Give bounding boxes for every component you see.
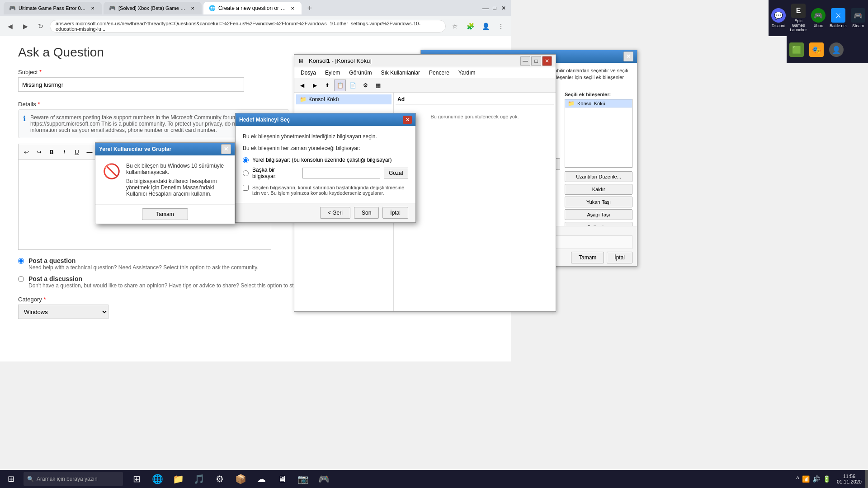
menu-pencere[interactable]: Pencere bbox=[425, 69, 454, 77]
hedef-local-radio[interactable]: Yerel bilgisayar: (bu konsolun üzerinde … bbox=[243, 157, 408, 163]
error-close[interactable]: ✕ bbox=[221, 144, 231, 154]
menu-dosya[interactable]: Dosya bbox=[296, 69, 321, 77]
menu-sik[interactable]: Sık Kullanılanlar bbox=[376, 69, 425, 77]
tray-arrow[interactable]: ^ bbox=[796, 475, 799, 483]
console-menubar: Dosya Eylem Görünüm Sık Kullanılanlar Pe… bbox=[294, 67, 556, 78]
underline-button[interactable]: U bbox=[71, 146, 83, 158]
discord-icon[interactable]: 💬 Discord bbox=[769, 0, 788, 36]
post-question-radio-input[interactable] bbox=[18, 258, 24, 264]
console-maximize[interactable]: □ bbox=[531, 56, 541, 66]
post-discussion-radio-input[interactable] bbox=[18, 276, 24, 282]
menu-eylem[interactable]: Eylem bbox=[321, 69, 344, 77]
browse-button[interactable]: Gözat bbox=[384, 168, 408, 178]
hedef-footer: < Geri Son İptal bbox=[236, 203, 415, 222]
taskbar-explorer-icon[interactable]: 📁 bbox=[168, 470, 188, 488]
menu-yardim[interactable]: Yardım bbox=[454, 69, 480, 77]
back-button[interactable]: ◀ bbox=[4, 20, 16, 33]
tray-battery[interactable]: 🔋 bbox=[823, 475, 830, 483]
hedef-remote-radio-input[interactable] bbox=[243, 170, 249, 176]
tab-2[interactable]: 🎮 [Solved] Xbox (Beta) Game Pa... ✕ bbox=[104, 2, 202, 14]
profile-icon[interactable]: 👤 bbox=[479, 20, 492, 33]
hedef-remote-radio[interactable]: Başka bir bilgisayar: Gözat bbox=[243, 167, 408, 179]
category-select[interactable]: Windows bbox=[18, 305, 108, 319]
toolbar-paste[interactable]: 📄 bbox=[347, 80, 359, 91]
console-minimize[interactable]: — bbox=[520, 56, 530, 66]
taskbar-spotify-icon[interactable]: 🎵 bbox=[189, 470, 209, 488]
start-button[interactable]: ⊞ bbox=[0, 470, 22, 488]
menu-icon[interactable]: ⋮ bbox=[495, 20, 507, 33]
system-tray: ^ 📶 🔊 🔋 bbox=[793, 475, 833, 483]
minimize-button[interactable]: — bbox=[482, 5, 489, 12]
bold-button[interactable]: B bbox=[46, 146, 57, 158]
strikethrough-button[interactable]: — bbox=[84, 146, 95, 158]
hedef-computer-input[interactable] bbox=[302, 168, 380, 178]
taskbar-edge-icon[interactable]: 🌐 bbox=[147, 470, 167, 488]
maximize-button[interactable]: □ bbox=[491, 5, 498, 12]
hedef-radio-group: Yerel bilgisayar: (bu konsolun üzerinde … bbox=[243, 157, 408, 179]
italic-button[interactable]: I bbox=[58, 146, 70, 158]
avatar-icon[interactable]: 👤 bbox=[826, 36, 846, 63]
tab-1-close[interactable]: ✕ bbox=[89, 5, 96, 12]
hedef-local-radio-input[interactable] bbox=[243, 157, 249, 163]
console-close[interactable]: ✕ bbox=[542, 56, 552, 66]
menu-gorunum[interactable]: Görünüm bbox=[344, 69, 376, 77]
minecraft-icon[interactable]: 🟩 bbox=[787, 36, 807, 63]
hedef-close[interactable]: ✕ bbox=[403, 116, 412, 124]
show-desktop-button[interactable] bbox=[865, 470, 868, 488]
reload-button[interactable]: ↻ bbox=[34, 20, 47, 33]
side-buttons: Uzantıları Düzenle... Kaldır Yukarı Taşı… bbox=[565, 171, 632, 226]
hedef-next-button[interactable]: Son bbox=[354, 207, 379, 219]
toolbar-grid[interactable]: ▦ bbox=[372, 80, 384, 91]
epic-games-icon[interactable]: E Epic Games Launcher bbox=[788, 0, 808, 36]
tab-3-close[interactable]: ✕ bbox=[289, 5, 296, 12]
toolbar-back[interactable]: ◀ bbox=[296, 80, 308, 91]
tab-3[interactable]: 🌐 Create a new question or start a... ✕ bbox=[203, 2, 302, 14]
address-bar[interactable]: answers.microsoft.com/en-us/newthread?th… bbox=[50, 20, 446, 33]
redo-button[interactable]: ↪ bbox=[33, 146, 45, 158]
subject-input[interactable] bbox=[18, 77, 244, 92]
close-button[interactable]: ✕ bbox=[500, 5, 507, 12]
taskbar-windows-icon[interactable]: ⊞ bbox=[127, 470, 146, 488]
asagi-button[interactable]: Aşağı Taşı bbox=[565, 209, 632, 220]
hedef-cancel-button[interactable]: İptal bbox=[382, 207, 408, 219]
new-tab-button[interactable]: + bbox=[303, 2, 316, 14]
hedef-checkbox[interactable]: Seçilen bilgisayarın, komut satırından b… bbox=[243, 185, 408, 196]
hedef-back-button[interactable]: < Geri bbox=[320, 207, 350, 219]
undo-button[interactable]: ↩ bbox=[20, 146, 32, 158]
extension-icon[interactable]: 🧩 bbox=[464, 20, 476, 33]
tab-2-close[interactable]: ✕ bbox=[189, 5, 196, 12]
toolbar-up[interactable]: ⬆ bbox=[321, 80, 333, 91]
taskbar-app7-icon[interactable]: 🖥 bbox=[272, 470, 292, 488]
toolbar-settings[interactable]: ⚙ bbox=[359, 80, 371, 91]
steam-icon[interactable]: 🎮 Steam bbox=[848, 0, 868, 36]
taskbar-search[interactable]: 🔍 Aramak için buraya yazın bbox=[24, 472, 123, 486]
battlenet-icon[interactable]: ⚔ Battle.net bbox=[828, 0, 848, 36]
tray-network[interactable]: 📶 bbox=[802, 475, 810, 483]
ekbilesen-ok-button[interactable]: Tamam bbox=[571, 252, 604, 263]
ekbilesen-cancel-button[interactable]: İptal bbox=[607, 252, 632, 263]
tray-volume[interactable]: 🔊 bbox=[812, 475, 820, 483]
tree-item-root[interactable]: 📁 Konsol Kökü bbox=[296, 94, 392, 104]
yukari-button[interactable]: Yukarı Taşı bbox=[565, 197, 632, 207]
taskbar-app6-icon[interactable]: ☁ bbox=[251, 470, 271, 488]
error-ok-button[interactable]: Tamam bbox=[142, 208, 188, 220]
overwatch-icon[interactable]: 🎭 bbox=[807, 36, 826, 63]
tab-1[interactable]: 🎮 Ultimate Game Pass Error 0x000... ✕ bbox=[4, 2, 102, 14]
bookmark-icon[interactable]: ☆ bbox=[448, 20, 461, 33]
xbox-icon[interactable]: 🎮 Xbox bbox=[808, 0, 828, 36]
taskbar-clock[interactable]: 11:56 01.11.2020 bbox=[833, 474, 865, 484]
hedef-checkbox-input[interactable] bbox=[243, 185, 249, 191]
taskbar-settings-icon[interactable]: ⚙ bbox=[210, 470, 230, 488]
gelismis-button[interactable]: Gelişmiş... bbox=[565, 222, 632, 226]
taskbar-app8-icon[interactable]: 📷 bbox=[293, 470, 313, 488]
ekbilesen-close[interactable]: ✕ bbox=[623, 52, 633, 61]
forward-button[interactable]: ▶ bbox=[19, 20, 32, 33]
taskbar-app9-icon[interactable]: 🎮 bbox=[314, 470, 334, 488]
taskbar-app5-icon[interactable]: 📦 bbox=[231, 470, 250, 488]
toolbar-forward[interactable]: ▶ bbox=[309, 80, 321, 91]
selected-item-root[interactable]: 📁 Konsol Kökü bbox=[565, 99, 632, 108]
uzantilar-button[interactable]: Uzantıları Düzenle... bbox=[565, 171, 632, 182]
toolbar-copy[interactable]: 📋 bbox=[334, 80, 346, 91]
kaldir-button[interactable]: Kaldır bbox=[565, 184, 632, 195]
hedef-dialog: Hedef Makineyi Seç ✕ Bu ek bileşenin yön… bbox=[235, 113, 416, 223]
